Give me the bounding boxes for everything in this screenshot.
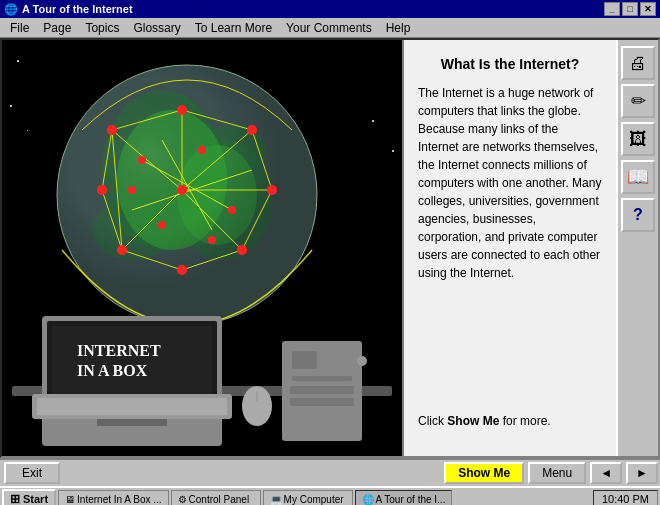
- windows-icon: ⊞: [10, 492, 20, 505]
- system-clock: 10:40 PM: [593, 490, 658, 505]
- show-me-inline: Show Me: [447, 414, 499, 428]
- status-bar: Exit Show Me Menu ◄ ►: [0, 458, 660, 486]
- title-bar: 🌐 A Tour of the Internet _ □ ✕: [0, 0, 660, 18]
- start-label: Start: [23, 493, 48, 505]
- click-show-me-text: Click Show Me for more.: [418, 412, 602, 430]
- svg-text:IN A BOX: IN A BOX: [77, 362, 148, 379]
- menu-bar: File Page Topics Glossary To Learn More …: [0, 18, 660, 38]
- taskbar-label-1: Internet In A Box ...: [77, 494, 162, 505]
- main-area: INTERNET IN A BOX: [0, 38, 660, 458]
- side-toolbar: 🖨 ✏ 🖼 📖 ?: [616, 40, 658, 456]
- window-title: A Tour of the Internet: [22, 3, 133, 15]
- forward-button[interactable]: ►: [626, 462, 658, 484]
- menu-button[interactable]: Menu: [528, 462, 586, 484]
- taskbar-icon-1: 🖥: [65, 494, 75, 505]
- exit-button[interactable]: Exit: [4, 462, 60, 484]
- taskbar-tour[interactable]: 🌐 A Tour of the I...: [355, 490, 453, 505]
- click-suffix: for more.: [499, 414, 550, 428]
- svg-rect-61: [290, 398, 354, 406]
- taskbar-icon-3: 💻: [270, 494, 282, 505]
- taskbar-internet-in-a-box[interactable]: 🖥 Internet In A Box ...: [58, 490, 169, 505]
- svg-rect-60: [290, 386, 354, 394]
- menu-topics[interactable]: Topics: [79, 20, 125, 36]
- svg-point-58: [357, 356, 367, 366]
- help-button[interactable]: ?: [621, 198, 655, 232]
- svg-point-41: [198, 146, 206, 154]
- title-bar-left: 🌐 A Tour of the Internet: [4, 3, 133, 16]
- clock-time: 10:40 PM: [602, 493, 649, 505]
- menu-your-comments[interactable]: Your Comments: [280, 20, 378, 36]
- svg-point-39: [228, 206, 236, 214]
- svg-point-38: [138, 156, 146, 164]
- svg-point-30: [177, 105, 187, 115]
- book-icon: 📖: [627, 166, 649, 188]
- back-button[interactable]: ◄: [590, 462, 622, 484]
- svg-point-43: [208, 236, 216, 244]
- close-button[interactable]: ✕: [640, 2, 656, 16]
- svg-rect-53: [37, 398, 227, 415]
- taskbar-icon-4: 🌐: [362, 494, 374, 505]
- right-panel-heading: What Is the Internet?: [418, 56, 602, 72]
- pencil-icon: ✏: [631, 90, 646, 112]
- menu-glossary[interactable]: Glossary: [127, 20, 186, 36]
- svg-point-42: [128, 186, 136, 194]
- menu-help[interactable]: Help: [380, 20, 417, 36]
- print-button[interactable]: 🖨: [621, 46, 655, 80]
- svg-point-40: [158, 221, 166, 229]
- right-panel-body: The Internet is a huge network of comput…: [418, 84, 602, 282]
- svg-point-34: [177, 265, 187, 275]
- taskbar-icon-2: ⚙: [178, 494, 187, 505]
- minimize-button[interactable]: _: [604, 2, 620, 16]
- svg-text:INTERNET: INTERNET: [77, 342, 161, 359]
- pencil-button[interactable]: ✏: [621, 84, 655, 118]
- svg-rect-51: [97, 418, 167, 426]
- svg-point-35: [117, 245, 127, 255]
- svg-rect-59: [292, 376, 352, 381]
- start-button[interactable]: ⊞ Start: [2, 489, 56, 505]
- maximize-button[interactable]: □: [622, 2, 638, 16]
- click-prefix: Click: [418, 414, 447, 428]
- window-icon: 🌐: [4, 3, 18, 16]
- taskbar-control-panel[interactable]: ⚙ Control Panel: [171, 490, 261, 505]
- left-panel: INTERNET IN A BOX: [2, 40, 402, 456]
- svg-rect-57: [292, 351, 317, 369]
- title-bar-controls: _ □ ✕: [604, 2, 656, 16]
- svg-point-31: [247, 125, 257, 135]
- question-icon: ?: [633, 206, 643, 224]
- print-icon: 🖨: [629, 53, 647, 74]
- show-me-button[interactable]: Show Me: [444, 462, 524, 484]
- svg-point-36: [97, 185, 107, 195]
- taskbar-label-4: A Tour of the I...: [376, 494, 446, 505]
- svg-point-37: [177, 185, 187, 195]
- menu-page[interactable]: Page: [37, 20, 77, 36]
- svg-point-33: [237, 245, 247, 255]
- svg-point-29: [107, 125, 117, 135]
- svg-point-32: [267, 185, 277, 195]
- taskbar-label-2: Control Panel: [189, 494, 250, 505]
- menu-file[interactable]: File: [4, 20, 35, 36]
- book-button[interactable]: 📖: [621, 160, 655, 194]
- computer-illustration: INTERNET IN A BOX: [12, 286, 392, 446]
- taskbar-label-3: My Computer: [284, 494, 344, 505]
- menu-to-learn-more[interactable]: To Learn More: [189, 20, 278, 36]
- taskbar: ⊞ Start 🖥 Internet In A Box ... ⚙ Contro…: [0, 486, 660, 505]
- picture-button[interactable]: 🖼: [621, 122, 655, 156]
- picture-icon: 🖼: [629, 129, 647, 150]
- right-panel: What Is the Internet? The Internet is a …: [402, 40, 616, 456]
- taskbar-my-computer[interactable]: 💻 My Computer: [263, 490, 353, 505]
